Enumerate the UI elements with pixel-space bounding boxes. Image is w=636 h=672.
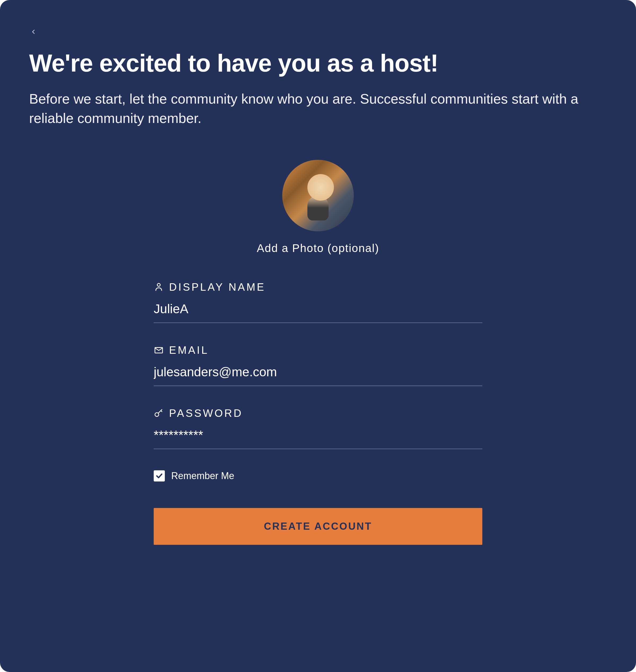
email-field-group: EMAIL [154, 344, 482, 386]
svg-point-0 [157, 283, 160, 286]
password-input[interactable] [154, 426, 482, 449]
envelope-icon [154, 345, 164, 355]
create-account-button[interactable]: CREATE ACCOUNT [154, 508, 482, 545]
display-name-label: DISPLAY NAME [154, 281, 482, 293]
display-name-label-text: DISPLAY NAME [169, 281, 265, 293]
page-title: We're excited to have you as a host! [29, 50, 607, 77]
remember-me-label: Remember Me [171, 470, 234, 481]
email-label: EMAIL [154, 344, 482, 356]
avatar[interactable] [282, 160, 354, 231]
remember-me-checkbox[interactable] [154, 470, 165, 481]
display-name-input[interactable] [154, 299, 482, 323]
email-input[interactable] [154, 362, 482, 386]
svg-point-2 [155, 413, 159, 417]
password-field-group: PASSWORD [154, 407, 482, 449]
key-icon [154, 408, 164, 418]
email-label-text: EMAIL [169, 344, 209, 356]
password-label-text: PASSWORD [169, 407, 243, 419]
password-label: PASSWORD [154, 407, 482, 419]
page-subtitle: Before we start, let the community know … [29, 89, 607, 128]
signup-card: We're excited to have you as a host! Bef… [0, 0, 636, 672]
back-button[interactable] [28, 26, 39, 37]
checkmark-icon [155, 472, 163, 480]
remember-me-row[interactable]: Remember Me [154, 470, 482, 481]
display-name-field-group: DISPLAY NAME [154, 281, 482, 323]
signup-form: Add a Photo (optional) DISPLAY NAME EMAI… [154, 160, 482, 545]
chevron-left-icon [30, 28, 37, 35]
user-icon [154, 282, 164, 292]
photo-upload-section: Add a Photo (optional) [154, 160, 482, 255]
photo-upload-label: Add a Photo (optional) [257, 242, 379, 255]
svg-line-4 [161, 411, 162, 412]
